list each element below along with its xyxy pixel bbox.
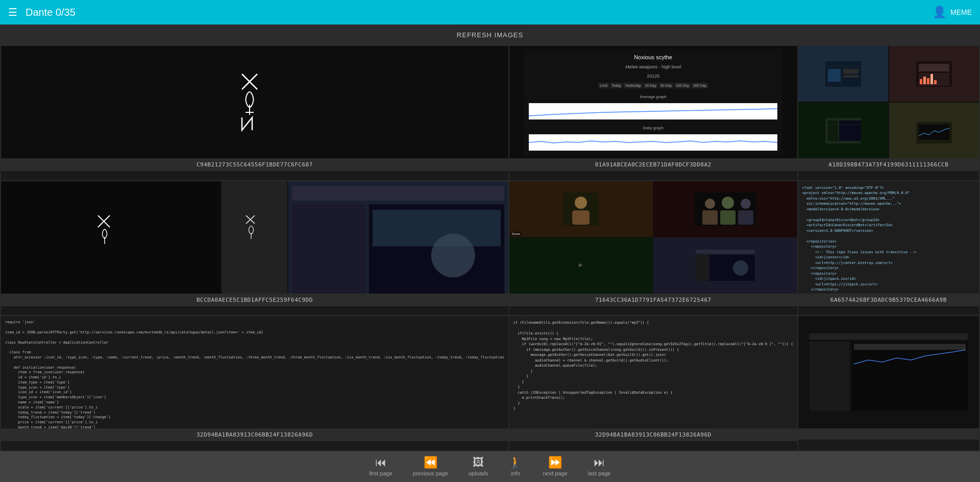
toolbar-last-page[interactable]: ⏭ last page	[588, 457, 611, 476]
multi-screenshot	[798, 46, 979, 158]
refresh-button[interactable]: REFRESH IMAGES	[457, 31, 523, 39]
nox-daily-label: Daily graph	[529, 126, 777, 130]
grid-item-label-5: 71643CC36A1D7791FA547372E6725467	[509, 294, 797, 306]
next-page-label: next page	[543, 470, 567, 476]
grid-item-label-8: 32D94BA1BA83913C06BB24F13826A96D	[509, 428, 797, 441]
screenshot-collage-4	[1, 181, 508, 294]
svg-point-49	[722, 197, 734, 209]
svg-rect-61	[809, 334, 968, 340]
nox-stat-5: 90 Day	[659, 83, 673, 88]
grid-item-label-4: BCCDA0AECE5C1BD1AFFC5E259F64C9DD	[1, 294, 508, 306]
refresh-bar: REFRESH IMAGES	[0, 25, 980, 45]
sc-left-4	[1, 181, 220, 294]
info-label: info	[511, 470, 520, 476]
svg-rect-48	[702, 210, 718, 225]
grid-item-9[interactable]	[798, 316, 979, 450]
toolbar-previous-page[interactable]: ⏪ previous page	[413, 457, 448, 476]
svg-rect-62	[809, 342, 850, 412]
nox-stat-2: Today	[610, 83, 623, 88]
nox-stat-1: Limit	[598, 83, 609, 88]
svg-point-47	[705, 199, 715, 209]
nox-stat-row: Limit Today Yesterday 30 Day 90 Day 180 …	[529, 83, 777, 88]
svg-rect-9	[843, 75, 859, 78]
first-page-icon: ⏮	[375, 457, 386, 468]
msc-cell-3	[798, 103, 888, 158]
grid-item-label-7: 32D94BA1BA83913C06BB24F13826A96D	[1, 428, 508, 441]
svg-point-37	[431, 233, 475, 277]
svg-rect-56	[696, 250, 755, 254]
svg-rect-57	[696, 255, 708, 281]
nox-stat-6: 180 Day	[674, 83, 691, 88]
menu-icon[interactable]: ☰	[8, 6, 17, 18]
first-page-label: first page	[370, 470, 393, 476]
nox-title: Noxious scythe	[529, 54, 777, 60]
app-title: Dante 0/35	[26, 7, 76, 18]
grid-item-image-7: require 'json' item_id = JSON.parse(HTTP…	[1, 316, 508, 428]
svg-rect-3	[529, 134, 777, 151]
grid-item-label-1: C94B21273C55C64556F1BDE77C6FC687	[1, 158, 508, 171]
svg-rect-21	[828, 120, 838, 141]
grid-item-image-6: <?xml version="1.0" encoding="UTF-8"?> <…	[798, 181, 979, 294]
svg-rect-27	[919, 125, 949, 140]
runescape-code-block: require 'json' item_id = JSON.parse(HTTP…	[1, 316, 508, 428]
grid-item-7[interactable]: require 'json' item_id = JSON.parse(HTTP…	[1, 316, 508, 450]
grid-item-8[interactable]: if (FilenameUtils.getExtension(file.getN…	[509, 316, 797, 450]
previous-page-icon: ⏪	[424, 457, 437, 468]
grid-item-image-9	[798, 316, 979, 428]
header: ☰ Dante 0/35 👤 MEME	[0, 0, 980, 25]
avg-graph	[529, 103, 777, 119]
grid-item-label-9	[798, 428, 979, 440]
grid-item-5[interactable]: Dante	[509, 181, 797, 316]
java-code-block: if (FilenameUtils.getExtension(file.getN…	[509, 316, 797, 428]
grid-item-label-2: 01A91ABCEA0C2ECEB71DAF0DCF3DD8A2	[509, 158, 797, 171]
user-menu[interactable]: 👤 MEME	[933, 6, 972, 19]
svg-rect-7	[828, 69, 841, 82]
dark-thumb-9	[798, 316, 979, 428]
daily-graph	[529, 134, 777, 151]
toolbar-uploads[interactable]: 🖼 uploads	[469, 457, 488, 476]
grid-item-1[interactable]: C94B21273C55C64556F1BDE77C6FC687	[1, 46, 508, 180]
uploads-label: uploads	[469, 470, 488, 476]
toolbar-first-page[interactable]: ⏮ first page	[370, 457, 393, 476]
nox-card: Noxious scythe Melee weapons - high leve…	[524, 49, 782, 156]
svg-rect-16	[927, 78, 929, 84]
grid-item-3[interactable]: A18D398B473A73F4199D6311111366CCB	[798, 46, 979, 180]
nox-stat-4: 30 Day	[644, 83, 658, 88]
svg-rect-33	[292, 186, 505, 201]
toolbar-next-page[interactable]: ⏩ next page	[543, 457, 567, 476]
user-icon: 👤	[933, 6, 946, 19]
svg-rect-64	[854, 344, 966, 350]
last-page-label: last page	[588, 470, 611, 476]
svg-rect-50	[720, 210, 736, 225]
nox-level: 20125	[529, 74, 777, 79]
last-page-icon: ⏭	[594, 457, 605, 468]
svg-rect-17	[930, 74, 933, 84]
image-grid: C94B21273C55C64556F1BDE77C6FC687 Noxious…	[0, 45, 980, 451]
svg-rect-36	[373, 209, 501, 246]
grid-item-6[interactable]: <?xml version="1.0" encoding="UTF-8"?> <…	[798, 181, 979, 316]
grid-item-image-2: Noxious scythe Melee weapons - high leve…	[509, 46, 797, 158]
logo-symbol-1	[1, 46, 508, 158]
svg-rect-15	[923, 77, 926, 84]
svg-text:▶: ▶	[579, 262, 583, 268]
svg-rect-26	[916, 118, 952, 122]
toolbar-info[interactable]: 🚶 info	[508, 457, 522, 476]
msc-cell-2	[889, 46, 979, 102]
msc-cell-4	[889, 103, 979, 158]
grid-item-image-3	[798, 46, 979, 158]
svg-rect-14	[920, 79, 922, 84]
uploads-icon: 🖼	[473, 457, 484, 468]
grid-item-image-4	[1, 181, 508, 294]
grid-item-2[interactable]: Noxious scythe Melee weapons - high leve…	[509, 46, 797, 180]
svg-rect-18	[934, 80, 937, 84]
svg-rect-52	[738, 210, 753, 225]
nox-stat-7: 365 Day	[692, 83, 708, 88]
user-label: MEME	[950, 8, 972, 16]
grid-item-label-6: 6A6574A26BF3DADC9B537DCEA4666A9B	[798, 294, 979, 306]
grid-item-image-1	[1, 46, 508, 158]
grid-item-4[interactable]: BCCDA0AECE5C1BD1AFFC5E259F64C9DD	[1, 181, 508, 316]
svg-rect-8	[843, 69, 859, 74]
next-page-icon: ⏩	[548, 457, 562, 468]
nox-avg-label: Average graph	[529, 94, 777, 99]
svg-point-44	[575, 197, 587, 209]
